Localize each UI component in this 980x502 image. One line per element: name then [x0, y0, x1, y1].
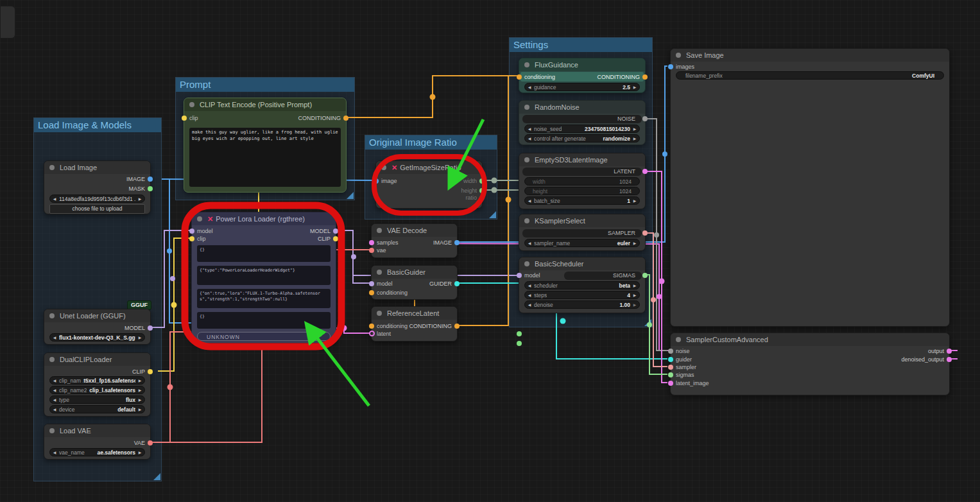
clip-name2-combo[interactable]: ◀clip_name2clip_l.safetensors▶	[49, 386, 145, 394]
node-samplercustomadvanced[interactable]: SamplerCustomAdvanced noise guider sampl…	[670, 333, 950, 395]
node-unet-loader-gguf[interactable]: Unet Loader (GGUF) MODEL ◀flux1-kontext-…	[44, 309, 151, 345]
output-slot-conditioning[interactable]: CONDITIONING	[298, 114, 341, 122]
increment-arrow[interactable]: ▶	[135, 377, 144, 385]
node-graph-canvas[interactable]: Load Image & Models Prompt Original Imag…	[0, 0, 980, 502]
output-slot-sigmas[interactable]: SIGMAS	[564, 272, 642, 280]
node-getimagesizeratio[interactable]: ✕GetImageSizeRatio image width height ra…	[375, 160, 483, 209]
increment-arrow[interactable]: ▶	[135, 449, 144, 456]
output-slot-noise[interactable]: NOISE	[522, 115, 642, 123]
steps-combo[interactable]: ◀steps4▶	[524, 291, 640, 299]
increment-arrow[interactable]: ▶	[630, 125, 639, 133]
increment-arrow[interactable]: ▶	[135, 396, 144, 404]
increment-arrow[interactable]: ▶	[630, 301, 639, 309]
output-slot-model[interactable]: MODEL	[125, 324, 145, 332]
increment-arrow[interactable]: ▶	[135, 406, 144, 413]
input-slot-model[interactable]: model	[377, 280, 393, 288]
output-slot-model[interactable]: MODEL	[310, 227, 331, 235]
output-slot-ratio[interactable]: ratio	[465, 194, 477, 202]
lora-widget-json-1[interactable]: {}	[197, 245, 331, 262]
node-randomnoise[interactable]: RandomNoise NOISE ◀noise_seed23475081501…	[519, 100, 646, 145]
input-slot-images[interactable]: images	[676, 63, 694, 71]
output-slot-clip[interactable]: CLIP	[318, 235, 331, 243]
collapse-dot[interactable]	[377, 311, 382, 316]
collapse-dot[interactable]	[49, 313, 55, 318]
input-slot-model[interactable]: model	[197, 227, 213, 235]
sampler-name-combo[interactable]: ◀sampler_nameeuler▶	[524, 239, 640, 247]
output-slot-vae[interactable]: VAE	[134, 439, 145, 447]
output-slot-image[interactable]: IMAGE	[433, 239, 452, 247]
increment-arrow[interactable]: ▶	[630, 83, 639, 91]
decrement-arrow[interactable]: ◀	[525, 197, 534, 205]
node-basicscheduler[interactable]: BasicScheduler model SIGMAS ◀schedulerbe…	[519, 257, 646, 313]
input-slot-guider[interactable]: guider	[676, 356, 692, 363]
collapse-dot[interactable]	[524, 218, 529, 223]
output-slot-conditioning[interactable]: CONDITIONING	[409, 322, 452, 330]
node-fluxguidance[interactable]: FluxGuidance conditioning CONDITIONING ◀…	[519, 58, 646, 93]
increment-arrow[interactable]: ▶	[630, 282, 639, 290]
input-slot-noise[interactable]: noise	[676, 347, 690, 355]
input-slot-width[interactable]	[517, 331, 522, 336]
input-slot-clip[interactable]: clip	[189, 114, 198, 122]
input-slot-vae[interactable]: vae	[377, 247, 386, 254]
input-slot-image[interactable]: image	[381, 177, 397, 185]
node-dualcliploader[interactable]: DualCLIPLoader CLIP ◀clip_nam ...t5xxl_f…	[44, 352, 151, 417]
increment-arrow[interactable]: ▶	[135, 334, 144, 342]
decrement-arrow[interactable]: ◀	[525, 291, 534, 299]
output-slot-clip[interactable]: CLIP	[132, 368, 145, 376]
output-slot-sampler[interactable]: SAMPLER	[522, 229, 642, 238]
increment-arrow[interactable]: ▶	[630, 197, 639, 205]
input-slot-sampler[interactable]: sampler	[676, 363, 696, 371]
node-clip-text-encode[interactable]: CLIP Text Encode (Positive Prompt) clip …	[184, 98, 347, 193]
clip-name1-combo[interactable]: ◀clip_nam ...t5xxl_fp16.safetensors▶	[49, 376, 145, 385]
lora-widget-json-3[interactable]: {"on":true,"lora":"FLUX.1-Turbo-Alpha.sa…	[197, 289, 331, 308]
guidance-combo[interactable]: ◀guidance2.5▶	[524, 83, 640, 91]
collapse-dot[interactable]	[197, 216, 202, 221]
input-slot-clip[interactable]: clip	[197, 235, 206, 243]
decrement-arrow[interactable]: ◀	[50, 386, 59, 394]
input-slot-latent[interactable]: latent	[377, 330, 391, 338]
output-slot-width[interactable]: width	[463, 177, 477, 185]
increment-arrow[interactable]: ▶	[630, 239, 639, 247]
collapse-dot[interactable]	[676, 337, 681, 342]
collapse-dot[interactable]	[676, 53, 681, 58]
output-slot-conditioning[interactable]: CONDITIONING	[597, 73, 640, 81]
decrement-arrow[interactable]: ◀	[525, 83, 534, 91]
increment-arrow[interactable]: ▶	[630, 135, 639, 143]
decrement-arrow[interactable]: ◀	[525, 125, 534, 133]
decrement-arrow[interactable]: ◀	[525, 239, 534, 247]
collapse-dot[interactable]	[377, 228, 382, 233]
collapse-dot[interactable]	[377, 270, 382, 275]
collapse-dot[interactable]	[381, 165, 386, 170]
filename-prefix-widget[interactable]: filename_prefixComfyUI	[676, 71, 944, 80]
prompt-textarea[interactable]: make this guy way uglier, like a frog he…	[189, 128, 341, 187]
node-emptysd3latentimage[interactable]: EmptySD3LatentImage LATENT width1024 hei…	[519, 153, 646, 209]
input-slot-samples[interactable]: samples	[377, 239, 399, 247]
node-save-image[interactable]: Save Image images filename_prefixComfyUI	[670, 48, 950, 327]
output-slot-denoised-output[interactable]: denoised_output	[901, 356, 944, 363]
collapse-dot[interactable]	[49, 165, 55, 170]
increment-arrow[interactable]: ▶	[135, 195, 144, 203]
input-slot-conditioning[interactable]: conditioning	[377, 289, 408, 297]
increment-arrow[interactable]: ▶	[630, 291, 639, 299]
input-slot-sigmas[interactable]: sigmas	[676, 371, 694, 379]
collapse-dot[interactable]	[524, 105, 529, 110]
node-vae-decode[interactable]: VAE Decode samples vae IMAGE	[371, 223, 458, 258]
input-slot-conditioning[interactable]: conditioning	[524, 73, 555, 81]
collapse-dot[interactable]	[524, 261, 529, 266]
image-file-combo[interactable]: ◀114a8edfa19d959f13cdb6f3d1 ...▶	[49, 195, 145, 203]
lora-widget-json-4[interactable]: {}	[197, 312, 331, 329]
collapse-dot[interactable]	[49, 428, 55, 433]
node-ksamplerselect[interactable]: KSamplerSelect SAMPLER ◀sampler_nameeule…	[519, 214, 646, 251]
input-slot-height[interactable]	[517, 341, 522, 346]
node-load-image[interactable]: Load Image IMAGE MASK ◀114a8edfa19d959f1…	[44, 160, 151, 214]
decrement-arrow[interactable]: ◀	[50, 449, 59, 456]
decrement-arrow[interactable]: ◀	[50, 195, 59, 203]
unet-name-combo[interactable]: ◀flux1-kontext-dev-Q3_K_S.gguf▶	[49, 333, 145, 342]
noise-seed-combo[interactable]: ◀noise_seed234750815014230▶	[524, 125, 640, 133]
node-basicguider[interactable]: BasicGuider model conditioning GUIDER	[371, 265, 458, 300]
node-power-lora-loader[interactable]: ✕Power Lora Loader (rgthree) model clip …	[191, 212, 336, 343]
upload-button[interactable]: choose file to upload	[49, 204, 145, 214]
output-slot-mask[interactable]: MASK	[128, 185, 145, 193]
denoise-combo[interactable]: ◀denoise1.00▶	[524, 300, 640, 309]
decrement-arrow[interactable]: ◀	[50, 334, 59, 342]
